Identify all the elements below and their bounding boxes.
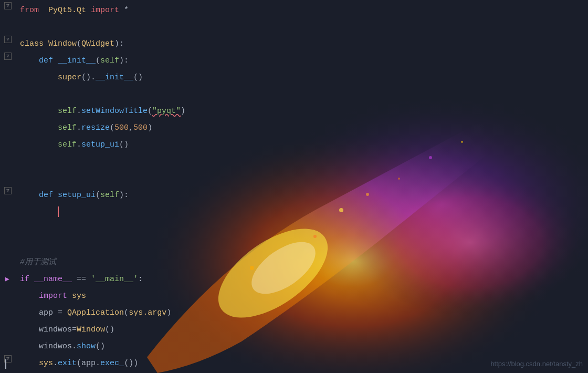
paren-sui2: ( xyxy=(96,191,100,200)
class-window-call: Window xyxy=(77,325,105,334)
line-content-13 xyxy=(16,204,588,221)
code-line-4: ▽ def __init__(self): xyxy=(0,53,588,69)
line-content-16: #用于测试 xyxy=(16,254,588,271)
var-windwos: windwos xyxy=(39,325,72,334)
star-import: * xyxy=(124,6,129,15)
line-content-4: def __init__(self): xyxy=(16,53,588,69)
watermark: https://blog.csdn.net/tansty_zh xyxy=(490,360,583,368)
var-app: app xyxy=(39,308,53,317)
string-main: '__main__' xyxy=(91,275,138,284)
string-pyqt: "pyqt" xyxy=(152,107,181,116)
num-500-1: 500 xyxy=(114,123,129,132)
code-content-area: ▽ from PyQt5.Qt import * ▽ class Window(… xyxy=(0,0,588,373)
line-content-7: self.setWindowTitle("pyqt") xyxy=(16,103,588,120)
sys-argv: sys.argv xyxy=(129,308,166,317)
method-exec: exec_ xyxy=(100,359,124,368)
paren-swt: ( xyxy=(148,107,152,116)
code-line-12: ▽ def setup_ui(self): xyxy=(0,187,588,204)
code-line-11 xyxy=(0,170,588,187)
line-content-8: self.resize(500,500) xyxy=(16,120,588,137)
fold-icon-1[interactable]: ▽ xyxy=(4,2,12,9)
paren-super: () xyxy=(81,73,91,82)
paren-super2: () xyxy=(133,73,143,82)
colon: : xyxy=(119,39,124,48)
dunder-name: __name__ xyxy=(34,275,72,284)
line-content-18: import sys xyxy=(16,288,588,305)
line-content-9: self.setup_ui() xyxy=(16,137,588,153)
code-line-5: super().__init__() xyxy=(0,69,588,86)
code-line-16: #用于测试 xyxy=(0,254,588,271)
dot4: . xyxy=(77,140,81,149)
colon2: : xyxy=(124,56,129,65)
comment-chinese: #用于测试 xyxy=(20,258,56,267)
code-line-14 xyxy=(0,221,588,237)
param-self-1: self xyxy=(100,56,119,65)
paren-close: ) xyxy=(114,39,119,48)
comma1: , xyxy=(129,123,133,132)
paren-exit: ( xyxy=(77,359,81,368)
gutter-17: ▶ xyxy=(0,271,16,288)
paren-r2: ) xyxy=(148,123,152,132)
assign2: = xyxy=(72,325,77,334)
gutter-1: ▽ xyxy=(0,2,16,9)
code-line-1: ▽ from PyQt5.Qt import * xyxy=(0,2,588,19)
dot1: . xyxy=(91,73,96,82)
sys-exit-call: sys xyxy=(39,359,53,368)
gutter-4: ▽ xyxy=(0,53,16,60)
paren-close2: ) xyxy=(119,56,124,65)
keyword-def-2: def xyxy=(39,191,53,200)
bottom-cursor-indicator xyxy=(5,359,6,369)
class-qwidget: QWidget xyxy=(81,39,114,48)
line-content-17: if __name__ == '__main__': xyxy=(16,271,588,288)
line-content-1: from PyQt5.Qt import * xyxy=(16,2,588,19)
paren-exec: ()) xyxy=(124,359,138,368)
paren-w: () xyxy=(105,325,114,334)
paren-r: ( xyxy=(110,123,114,132)
line-content-12: def setup_ui(self): xyxy=(16,187,588,204)
code-line-7: self.setWindowTitle("pyqt") xyxy=(0,103,588,120)
paren-qa2: ) xyxy=(166,308,171,317)
assign1: = xyxy=(58,308,62,317)
paren-qa: ( xyxy=(124,308,129,317)
method-show: show xyxy=(77,342,96,351)
module-name: PyQt5.Qt xyxy=(48,6,86,15)
colon3: : xyxy=(124,191,129,200)
code-line-2 xyxy=(0,19,588,36)
code-line-8: self.resize(500,500) xyxy=(0,120,588,137)
dot2: . xyxy=(77,107,81,116)
dot5: . xyxy=(72,342,77,351)
code-line-19: app = QApplication(sys.argv) xyxy=(0,305,588,322)
line-content-19: app = QApplication(sys.argv) xyxy=(16,305,588,322)
code-line-9: self.setup_ui() xyxy=(0,137,588,153)
var-windwos2: windwos xyxy=(39,342,72,351)
fold-icon-3[interactable]: ▽ xyxy=(4,36,12,43)
code-line-15 xyxy=(0,237,588,254)
dot7: . xyxy=(96,359,100,368)
arrow-icon-17: ▶ xyxy=(5,271,9,288)
gutter-12: ▽ xyxy=(0,187,16,194)
code-line-3: ▽ class Window(QWidget): xyxy=(0,36,588,53)
code-line-20: windwos=Window() xyxy=(0,322,588,338)
method-setwindowtitle: setWindowTitle xyxy=(81,107,148,116)
paren-swt2: ) xyxy=(181,107,185,116)
paren-sui3: ) xyxy=(119,191,124,200)
eq-op: == xyxy=(77,275,86,284)
colon4: : xyxy=(138,275,143,284)
code-line-18: import sys xyxy=(0,288,588,305)
num-500-2: 500 xyxy=(133,123,148,132)
line-content-5: super().__init__() xyxy=(16,69,588,86)
keyword-def-1: def xyxy=(39,56,53,65)
fold-icon-12[interactable]: ▽ xyxy=(4,187,12,194)
fold-icon-4[interactable]: ▽ xyxy=(4,53,12,60)
func-super-init: __init__ xyxy=(96,73,133,82)
keyword-if: if xyxy=(20,275,29,284)
line-content-3: class Window(QWidget): xyxy=(16,36,588,53)
code-editor: ▽ from PyQt5.Qt import * ▽ class Window(… xyxy=(0,0,588,373)
class-name-window: Window xyxy=(48,39,77,48)
self-3: self xyxy=(58,123,77,132)
builtin-super: super xyxy=(58,73,81,82)
method-setup-ui-call: setup_ui xyxy=(81,140,119,149)
keyword-class: class xyxy=(20,39,44,48)
paren-open: ( xyxy=(77,39,81,48)
method-exit: exit xyxy=(58,359,77,368)
